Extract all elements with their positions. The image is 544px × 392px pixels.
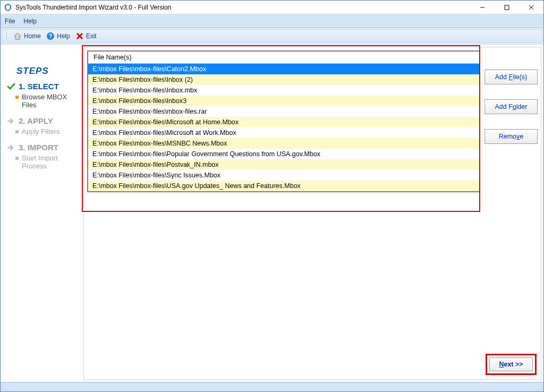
step-3-sub-label: Start Import Process (22, 154, 80, 170)
file-table: File Name(s) E:\mbox Files\mbox-files\Ca… (87, 50, 480, 192)
exit-icon (75, 32, 84, 40)
step-2-header: 2. APPLY (7, 116, 80, 125)
check-icon (7, 82, 15, 91)
toolbar-home-label: Home (24, 32, 41, 40)
close-button[interactable] (519, 1, 543, 14)
toolbar-help-label: Help (57, 32, 70, 40)
window-title: SysTools Thunderbird Import Wizard v3.0 … (15, 4, 470, 11)
step-1-header: 1. SELECT (7, 82, 80, 91)
file-row[interactable]: E:\mbox Files\mbox-files\Inbox (2) (88, 74, 479, 85)
body: STEPS 1. SELECT Browse MBOX Files 2. APP… (1, 45, 543, 382)
menu-help[interactable]: Help (23, 18, 37, 25)
file-row[interactable]: E:\mbox Files\mbox-files\Postvak_IN.mbox (88, 159, 479, 170)
steps-title: STEPS (16, 66, 80, 76)
step-3-label: 3. IMPORT (19, 143, 58, 152)
bullet-icon (15, 157, 19, 160)
file-row[interactable]: E:\mbox Files\mbox-files\mbox-files.rar (88, 106, 479, 117)
toolbar-help[interactable]: ? Help (46, 32, 70, 40)
arrow-icon (7, 117, 15, 125)
main-panel: File Name(s) E:\mbox Files\mbox-files\Ca… (83, 47, 541, 380)
svg-rect-1 (505, 5, 509, 10)
toolbar-exit-label: Exit (86, 32, 97, 40)
remove-button[interactable]: Remove (484, 129, 538, 144)
file-row[interactable]: E:\mbox Files\mbox-files\USA.gov Updates… (88, 181, 479, 191)
file-row[interactable]: E:\mbox Files\mbox-files\Microsoft at Ho… (88, 117, 479, 127)
menu-file[interactable]: File (5, 18, 15, 25)
step-2-sub: Apply Filters (15, 127, 80, 135)
file-table-header: File Name(s) (88, 52, 479, 64)
file-row[interactable]: E:\mbox Files\mbox-files\Microsoft at Wo… (88, 127, 479, 138)
maximize-button[interactable] (495, 1, 519, 14)
toolbar-exit[interactable]: Exit (75, 32, 97, 40)
bottom-bar: Next >> (84, 351, 541, 379)
step-1-label: 1. SELECT (19, 82, 59, 91)
file-row[interactable]: E:\mbox Files\mbox-files\Inbox3 (88, 96, 479, 106)
step-3-header: 3. IMPORT (7, 143, 80, 152)
add-files-button[interactable]: Add File(s) (484, 70, 538, 84)
home-icon (13, 32, 22, 40)
toolbar-home[interactable]: Home (13, 32, 41, 40)
file-row[interactable]: E:\mbox Files\mbox-files\Caton2.Mbox (88, 64, 479, 74)
file-row[interactable]: E:\mbox Files\mbox-files\Popular Governm… (88, 149, 479, 159)
file-row[interactable]: E:\mbox Files\mbox-files\Sync Issues.Mbo… (88, 170, 479, 181)
minimize-button[interactable] (470, 1, 495, 14)
toolbar-wrap: Home ? Help Exit (1, 28, 543, 45)
arrow-icon (7, 143, 15, 152)
menubar: File Help (1, 14, 543, 28)
svg-text:?: ? (49, 33, 53, 39)
app-window: SysTools Thunderbird Import Wizard v3.0 … (0, 0, 544, 392)
step-3-sub: Start Import Process (15, 154, 80, 170)
bullet-icon (15, 130, 19, 133)
bullet-icon (15, 96, 19, 99)
file-row[interactable]: E:\mbox Files\mbox-files\MSNBC News.Mbox (88, 138, 479, 149)
file-table-body: E:\mbox Files\mbox-files\Caton2.MboxE:\m… (88, 64, 479, 191)
main-inner: File Name(s) E:\mbox Files\mbox-files\Ca… (84, 47, 541, 351)
help-icon: ? (46, 32, 55, 40)
step-2-sub-label: Apply Filters (22, 127, 60, 135)
step-1-sub: Browse MBOX Files (15, 93, 80, 109)
side-buttons: Add File(s) Add Folder Remove (484, 50, 538, 347)
app-icon (4, 3, 12, 12)
toolbar: Home ? Help Exit (2, 29, 542, 43)
toolbar-separator (6, 32, 7, 40)
next-highlight: Next >> (486, 354, 537, 375)
step-2-label: 2. APPLY (19, 116, 53, 125)
file-zone: File Name(s) E:\mbox Files\mbox-files\Ca… (87, 50, 480, 347)
file-row[interactable]: E:\mbox Files\mbox-files\Inbox.mbx (88, 85, 479, 96)
steps-panel: STEPS 1. SELECT Browse MBOX Files 2. APP… (3, 47, 82, 380)
next-button[interactable]: Next >> (489, 357, 533, 371)
titlebar: SysTools Thunderbird Import Wizard v3.0 … (1, 1, 543, 14)
statusbar (1, 382, 543, 391)
add-folder-button[interactable]: Add Folder (484, 99, 538, 114)
window-controls (470, 1, 543, 14)
step-1-sub-label: Browse MBOX Files (22, 93, 80, 109)
